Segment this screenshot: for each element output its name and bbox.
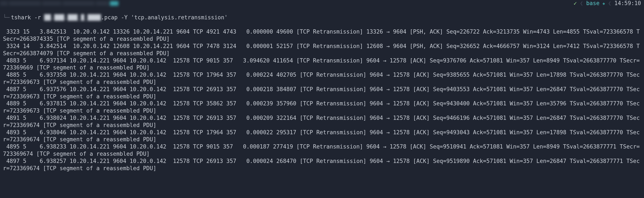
clock-time: 14:59:10 xyxy=(614,0,641,7)
status-ok-icon: ✓ xyxy=(574,0,577,7)
status-bar: ✓ ❮ base ◆ ❮ 14:59:10 xyxy=(0,0,644,6)
chevron-left-icon: ❮ xyxy=(580,0,583,7)
command-text: tshark -r ██.███.███_█_████.pcap -Y 'tcp… xyxy=(11,14,228,21)
output-line: 4895 5 6.938233 10.20.14.221 9604 10.20.… xyxy=(3,143,642,158)
blurred-filename: ██.███.███_█_████ xyxy=(44,14,101,21)
prompt-line: └─tshark -r ██.███.███_█_████.pcap -Y 't… xyxy=(3,14,642,21)
output-line: 4887 5 6.937576 10.20.14.221 9604 10.20.… xyxy=(3,86,642,100)
diamond-icon: ◆ xyxy=(602,1,605,6)
output-line: 4897 5 6.938257 10.20.14.221 9604 10.20.… xyxy=(3,158,642,172)
chevron-left-icon: ❮ xyxy=(608,0,612,7)
output-line: 4891 5 6.938024 10.20.14.221 9604 10.20.… xyxy=(3,114,642,129)
output-line: 4885 5 6.937358 10.20.14.221 9604 10.20.… xyxy=(3,71,642,86)
prompt-branch-glyph: └─ xyxy=(3,14,10,21)
blurred-path xyxy=(0,1,118,6)
command-output: 3323 15 3.842513 10.20.0.142 13326 10.20… xyxy=(3,28,642,172)
conda-env-label: base xyxy=(586,0,600,7)
output-line: 4889 5 6.937815 10.20.14.221 9604 10.20.… xyxy=(3,100,642,114)
status-right: ✓ ❮ base ◆ ❮ 14:59:10 xyxy=(574,0,644,7)
output-line: 3324 14 3.842514 10.20.0.142 12608 10.20… xyxy=(3,43,642,57)
output-line: 4883 5 6.937134 10.20.14.221 9604 10.20.… xyxy=(3,57,642,72)
terminal[interactable]: └─tshark -r ██.███.███_█_████.pcap -Y 't… xyxy=(0,6,644,181)
output-line: 4893 5 6.938046 10.20.14.221 9604 10.20.… xyxy=(3,129,642,143)
output-line: 3323 15 3.842513 10.20.0.142 13326 10.20… xyxy=(3,28,642,43)
